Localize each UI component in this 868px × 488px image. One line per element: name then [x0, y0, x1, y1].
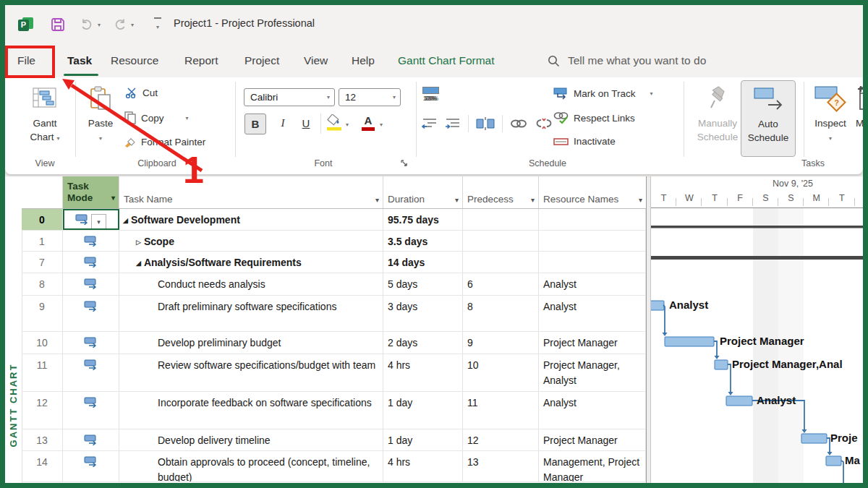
bold-button[interactable]: B — [244, 114, 266, 134]
tab-file[interactable]: File — [16, 43, 37, 77]
task-bar[interactable] — [651, 301, 664, 310]
row-number[interactable]: 8 — [22, 273, 63, 295]
task-mode-dropdown[interactable]: ▾ — [91, 214, 106, 230]
auto-schedule-button[interactable]: Auto Schedule — [741, 80, 796, 157]
duration-cell[interactable]: 95.75 days — [383, 209, 463, 230]
predecessors-cell[interactable] — [463, 209, 539, 230]
resource-names-cell[interactable]: Management, Project Manager — [539, 451, 646, 481]
task-name-cell[interactable]: Conduct needs analysis — [119, 273, 383, 295]
collapse-icon[interactable]: ◢ — [136, 260, 141, 267]
format-painter-button[interactable]: Format Painter — [124, 136, 205, 147]
inspect-button[interactable]: ? Inspect ▾ — [807, 80, 854, 160]
predecessors-cell[interactable]: 6 — [463, 273, 539, 295]
task-mode-cell[interactable] — [63, 451, 119, 481]
mark-on-track-button[interactable]: Mark on Track ▾ — [553, 87, 653, 100]
outdent-task-icon[interactable] — [422, 117, 438, 130]
row-number[interactable]: 7 — [22, 252, 63, 273]
resource-names-cell[interactable] — [539, 209, 646, 230]
tab-view[interactable]: View — [302, 43, 329, 77]
task-bar[interactable] — [801, 434, 827, 443]
background-color-button[interactable] — [326, 114, 342, 135]
resource-names-cell[interactable] — [539, 231, 646, 251]
row-number[interactable]: 1 — [22, 231, 63, 251]
row-number[interactable]: 9 — [22, 296, 63, 331]
italic-button[interactable]: I — [273, 114, 293, 133]
tab-gantt-chart-format[interactable]: Gantt Chart Format — [396, 43, 496, 77]
font-color-button[interactable]: A — [362, 114, 375, 131]
expand-icon[interactable]: ▷ — [136, 239, 141, 246]
task-mode-cell[interactable] — [63, 231, 119, 251]
tell-me-search-input[interactable]: Tell me what you want to do — [568, 43, 706, 77]
background-color-dropdown-icon[interactable]: ▾ — [346, 121, 349, 128]
font-dialog-launcher-icon[interactable] — [400, 159, 409, 168]
task-mode-cell[interactable] — [63, 429, 119, 450]
task-mode-cell[interactable] — [63, 354, 119, 391]
task-name-cell[interactable]: Obtain approvals to proceed (concept, ti… — [119, 451, 383, 481]
task-mode-cell[interactable] — [63, 273, 119, 295]
timescale-header[interactable]: Nov 9, '25 TWTFSSMTW — [651, 176, 863, 208]
duration-cell[interactable]: 5 days — [383, 273, 463, 295]
copy-button[interactable]: Copy ▾ — [124, 111, 189, 124]
quick-access-customize-icon[interactable]: ▾ — [148, 15, 167, 34]
column-header-predecessors[interactable]: Predecess▾ — [463, 176, 539, 208]
task-mode-cell[interactable]: ▾ — [63, 209, 119, 230]
respect-links-button[interactable]: Respect Links — [553, 111, 635, 124]
tab-task[interactable]: Task — [66, 43, 93, 77]
collapse-icon[interactable]: ◢ — [123, 217, 128, 224]
task-mode-cell[interactable] — [63, 296, 119, 331]
inactivate-button[interactable]: Inactivate — [553, 136, 616, 147]
save-button[interactable] — [48, 15, 67, 34]
predecessors-cell[interactable]: 10 — [463, 354, 539, 391]
column-header-duration[interactable]: Duration▾ — [383, 176, 463, 208]
resource-names-cell[interactable]: Project Manager, Analyst — [539, 354, 646, 391]
indent-task-icon[interactable] — [445, 117, 461, 130]
resource-names-cell[interactable] — [539, 252, 646, 273]
split-task-icon[interactable] — [476, 116, 495, 131]
column-header-task-mode[interactable]: Task Mode▾ — [63, 176, 119, 208]
predecessors-cell[interactable]: 12 — [463, 429, 539, 450]
task-mode-cell[interactable] — [63, 252, 119, 273]
tab-help[interactable]: Help — [350, 43, 376, 77]
resource-names-cell[interactable]: Analyst — [539, 296, 646, 331]
duration-cell[interactable]: 1 day — [383, 429, 463, 450]
tab-project[interactable]: Project — [243, 43, 281, 77]
duration-cell[interactable]: 4 hrs — [383, 354, 463, 391]
grid-chart-splitter[interactable] — [646, 176, 651, 483]
predecessors-cell[interactable] — [463, 231, 539, 251]
predecessors-cell[interactable]: 8 — [463, 296, 539, 331]
resource-names-cell[interactable]: Project Manager — [539, 429, 646, 450]
duration-cell[interactable]: 14 days — [383, 252, 463, 273]
font-name-combo[interactable]: Calibri▾ — [244, 88, 335, 106]
manually-schedule-button[interactable]: Manually Schedule — [686, 80, 749, 160]
cut-button[interactable]: Cut — [125, 87, 158, 98]
row-number[interactable]: 10 — [22, 332, 63, 354]
task-mode-cell[interactable] — [63, 392, 119, 429]
row-number[interactable]: 11 — [22, 354, 63, 391]
row-number[interactable]: 14 — [22, 451, 63, 481]
task-mode-cell[interactable] — [63, 332, 119, 354]
tab-resource[interactable]: Resource — [109, 43, 160, 77]
font-size-combo[interactable]: 12▾ — [339, 88, 401, 106]
select-all-corner[interactable] — [22, 176, 63, 208]
row-number[interactable]: 13 — [22, 429, 63, 450]
predecessors-cell[interactable] — [463, 252, 539, 273]
move-button[interactable]: M — [853, 80, 868, 160]
predecessors-cell[interactable]: 13 — [463, 451, 539, 481]
resource-names-cell[interactable]: Analyst — [539, 273, 646, 295]
task-name-cell[interactable]: Incorporate feedback on software specifi… — [119, 392, 383, 429]
column-header-task-name[interactable]: Task Name▾ — [119, 176, 383, 208]
redo-button[interactable] — [111, 15, 129, 34]
row-number[interactable]: 12 — [22, 392, 63, 429]
task-bar[interactable] — [726, 396, 752, 406]
font-color-dropdown-icon[interactable]: ▾ — [380, 121, 383, 128]
task-bar[interactable] — [715, 360, 728, 369]
task-name-cell[interactable]: Develop delivery timeline — [119, 429, 383, 450]
tab-report[interactable]: Report — [183, 43, 220, 77]
unlink-tasks-icon[interactable] — [535, 117, 553, 130]
task-bar[interactable] — [665, 337, 714, 346]
task-name-cell[interactable]: Draft preliminary software specification… — [119, 296, 383, 331]
duration-cell[interactable]: 3.5 days — [383, 231, 463, 251]
duration-cell[interactable]: 1 day — [383, 392, 463, 429]
duration-cell[interactable]: 2 days — [383, 332, 463, 354]
undo-button[interactable] — [77, 15, 96, 34]
